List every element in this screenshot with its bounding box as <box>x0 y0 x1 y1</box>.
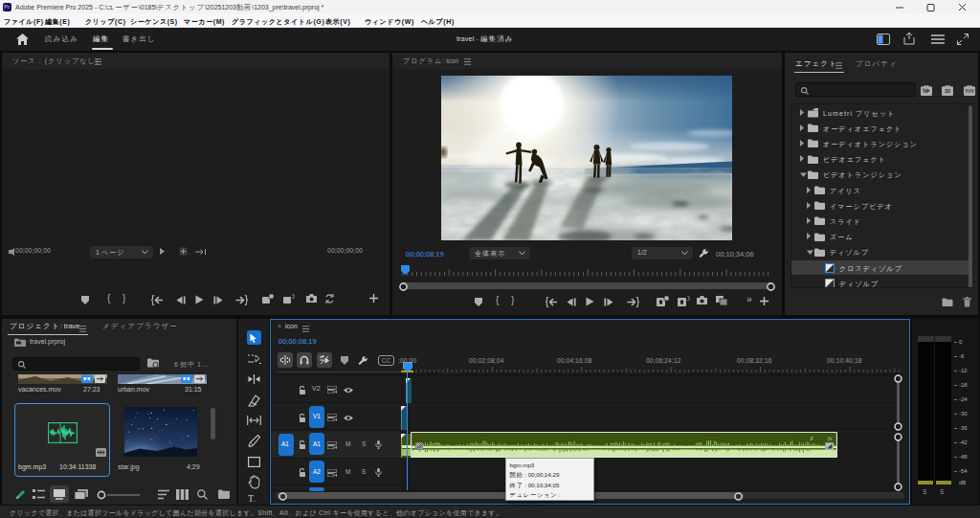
svg-text:32: 32 <box>945 88 950 94</box>
svg-text:CC: CC <box>382 357 391 364</box>
svg-text:YUV: YUV <box>965 89 974 94</box>
